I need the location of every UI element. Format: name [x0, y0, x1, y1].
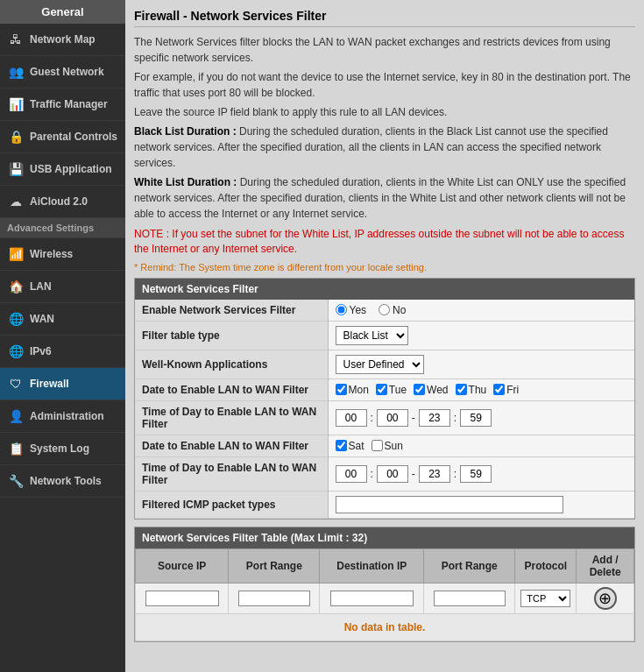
- time-end-hour[interactable]: [419, 409, 450, 427]
- black-list-duration: Black List Duration : During the schedul…: [134, 124, 635, 171]
- tue-checkbox[interactable]: [376, 384, 387, 395]
- thu-checkbox[interactable]: [456, 384, 467, 395]
- sidebar-item-label: USB Application: [30, 163, 112, 175]
- mon-checkbox[interactable]: [336, 384, 347, 395]
- sidebar-item-ipv6[interactable]: 🌐 IPv6: [0, 336, 125, 368]
- icmp-controls: [328, 491, 634, 518]
- source-ip-cell: [136, 583, 229, 613]
- sidebar-item-parental-controls[interactable]: 🔒 Parental Controls: [0, 121, 125, 153]
- time-weekend-inputs: : - :: [336, 465, 628, 483]
- enable-yes-option[interactable]: Yes: [336, 304, 367, 316]
- sun-checkbox[interactable]: [372, 440, 383, 451]
- guest-network-icon: 👥: [7, 63, 25, 81]
- time2-start-hour[interactable]: [336, 465, 367, 483]
- col-port-range1: Port Range: [229, 548, 320, 583]
- sun-option[interactable]: Sun: [372, 440, 403, 452]
- time2-colon1: :: [371, 468, 373, 480]
- sidebar-item-label: IPv6: [30, 345, 52, 357]
- protocol-select[interactable]: TCP UDP BOTH: [520, 590, 570, 607]
- white-list-label: White List Duration :: [134, 176, 237, 188]
- mon-option[interactable]: Mon: [336, 384, 369, 396]
- note-text: NOTE : If you set the subnet for the Whi…: [134, 227, 635, 257]
- filter-table-title: Network Services Filter Table (Max Limit…: [135, 527, 634, 548]
- port-range1-input[interactable]: [238, 591, 310, 606]
- sidebar-item-label: AiCloud 2.0: [30, 195, 88, 208]
- sidebar-item-label: Parental Controls: [30, 131, 117, 143]
- source-ip-input[interactable]: [145, 591, 219, 606]
- thu-label: Thu: [469, 384, 487, 396]
- col-protocol: Protocol: [515, 548, 577, 583]
- desc2: For example, if you do not want the devi…: [134, 69, 635, 101]
- filter-form-table: Enable Network Services Filter Yes No: [135, 300, 634, 519]
- port-range1-cell: [229, 583, 320, 613]
- enable-yes-label: Yes: [350, 304, 367, 316]
- sidebar-item-label: Guest Network: [30, 66, 104, 78]
- time2-end-min[interactable]: [460, 465, 492, 483]
- sidebar-item-firewall[interactable]: 🛡 Firewall: [0, 368, 125, 400]
- icmp-input[interactable]: [336, 496, 563, 513]
- sidebar-item-system-log[interactable]: 📋 System Log: [0, 433, 125, 465]
- date-filter-weekend-controls: Sat Sun: [328, 435, 634, 456]
- col-dest-ip: Destination IP: [320, 548, 424, 583]
- icmp-row: Filtered ICMP packet types: [135, 491, 634, 518]
- sidebar-item-wan[interactable]: 🌐 WAN: [0, 303, 125, 336]
- filter-type-select[interactable]: Black List White List: [336, 326, 408, 345]
- sat-checkbox[interactable]: [336, 440, 347, 451]
- date-filter-weekday-label: Date to Enable LAN to WAN Filter: [135, 378, 328, 400]
- sidebar-item-wireless[interactable]: 📶 Wireless: [0, 238, 125, 271]
- wed-label: Wed: [427, 384, 448, 396]
- time-weekday-label: Time of Day to Enable LAN to WAN Filter: [135, 400, 328, 435]
- protocol-cell: TCP UDP BOTH: [515, 583, 577, 613]
- time2-start-min[interactable]: [377, 465, 408, 483]
- filter-type-controls: Black List White List: [328, 321, 634, 350]
- wireless-icon: 📶: [7, 245, 25, 263]
- tue-option[interactable]: Tue: [376, 384, 407, 396]
- enable-no-option[interactable]: No: [379, 304, 406, 316]
- sun-label: Sun: [385, 440, 403, 452]
- dest-ip-input[interactable]: [330, 591, 414, 606]
- port-range2-input[interactable]: [434, 591, 506, 606]
- sidebar-item-network-tools[interactable]: 🔧 Network Tools: [0, 465, 125, 498]
- time-weekday-controls: : - :: [328, 400, 634, 435]
- sidebar-item-label: Traffic Manager: [30, 98, 108, 110]
- wed-option[interactable]: Wed: [414, 384, 448, 396]
- enable-yes-radio[interactable]: [336, 304, 347, 315]
- sidebar-item-guest-network[interactable]: 👥 Guest Network: [0, 56, 125, 88]
- date-filter-weekend-row: Date to Enable LAN to WAN Filter Sat Sun: [135, 435, 634, 456]
- sidebar-item-lan[interactable]: 🏠 LAN: [0, 271, 125, 303]
- time2-end-hour[interactable]: [419, 465, 450, 483]
- time-end-min[interactable]: [460, 409, 492, 427]
- page-title: Firewall - Network Services Filter: [134, 9, 635, 27]
- time-colon2: :: [454, 412, 456, 424]
- fri-option[interactable]: Fri: [493, 384, 519, 396]
- sat-option[interactable]: Sat: [336, 440, 364, 452]
- sat-label: Sat: [349, 440, 364, 452]
- enable-no-radio[interactable]: [379, 304, 390, 315]
- wed-checkbox[interactable]: [414, 384, 425, 395]
- well-known-select[interactable]: User Defined HTTP HTTPS FTP Telnet: [336, 355, 424, 374]
- sidebar-item-label: LAN: [30, 280, 52, 293]
- sidebar-item-label: Wireless: [30, 248, 73, 260]
- tue-label: Tue: [389, 384, 407, 396]
- sidebar-item-network-map[interactable]: 🖧 Network Map: [0, 24, 125, 56]
- date-filter-weekday-controls: Mon Tue Wed Thu Fri: [328, 378, 634, 400]
- sidebar-general-header: General: [0, 0, 125, 24]
- wan-icon: 🌐: [7, 310, 25, 328]
- add-button[interactable]: ⊕: [594, 587, 617, 610]
- sidebar-item-administration[interactable]: 👤 Administration: [0, 400, 125, 433]
- thu-option[interactable]: Thu: [456, 384, 487, 396]
- system-log-icon: 📋: [7, 440, 25, 457]
- time-start-hour[interactable]: [336, 409, 367, 427]
- sidebar-item-aicloud[interactable]: ☁ AiCloud 2.0: [0, 186, 125, 218]
- sidebar-item-traffic-manager[interactable]: 📊 Traffic Manager: [0, 88, 125, 121]
- sidebar-item-usb-application[interactable]: 💾 USB Application: [0, 153, 125, 186]
- time-start-min[interactable]: [377, 409, 408, 427]
- fri-label: Fri: [506, 384, 519, 396]
- ipv6-icon: 🌐: [7, 343, 25, 360]
- enable-filter-controls: Yes No: [328, 300, 634, 322]
- icmp-label: Filtered ICMP packet types: [135, 491, 328, 518]
- filter-type-row: Filter table type Black List White List: [135, 321, 634, 350]
- fri-checkbox[interactable]: [493, 384, 505, 395]
- dest-ip-cell: [320, 583, 424, 613]
- sidebar-item-label: Network Map: [30, 33, 96, 46]
